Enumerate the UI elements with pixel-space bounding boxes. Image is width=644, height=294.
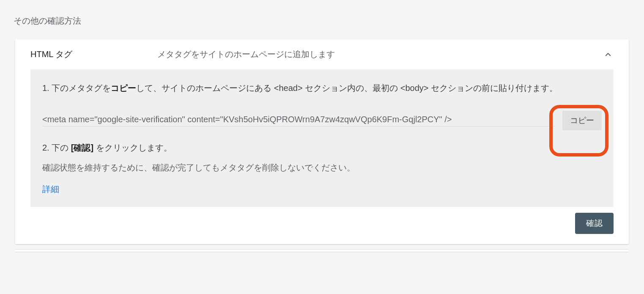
page-title: その他の確認方法 bbox=[0, 0, 644, 39]
step1-post: して、サイトのホームページにある <head> セクション内の、最初の <bod… bbox=[136, 83, 558, 93]
chevron-up-icon bbox=[603, 49, 614, 60]
details-link[interactable]: 詳細 bbox=[42, 184, 59, 195]
step2-post: をクリックします。 bbox=[93, 143, 172, 152]
card-footer: 確認 bbox=[15, 207, 629, 244]
next-card-stub bbox=[15, 249, 629, 252]
card-header-title: HTML タグ bbox=[30, 49, 157, 60]
confirm-button[interactable]: 確認 bbox=[575, 213, 614, 234]
step2-number: 2. bbox=[42, 143, 52, 152]
retain-note: 確認状態を維持するために、確認が完了してもメタタグを削除しないでください。 bbox=[42, 162, 602, 173]
step1-pre: 下のメタタグを bbox=[52, 83, 111, 93]
step1-instruction: 1. 下のメタタグをコピーして、サイトのホームページにある <head> セクシ… bbox=[42, 81, 602, 95]
card-header[interactable]: HTML タグ メタタグをサイトのホームページに追加します bbox=[15, 39, 629, 69]
step2-pre: 下の bbox=[52, 143, 71, 152]
meta-tag-code[interactable]: <meta name="google-site-verification" co… bbox=[42, 115, 555, 126]
step2-instruction: 2. 下の [確認] をクリックします。 bbox=[42, 142, 602, 154]
code-row: <meta name="google-site-verification" co… bbox=[42, 111, 602, 130]
card-header-description: メタタグをサイトのホームページに追加します bbox=[157, 49, 603, 60]
copy-button[interactable]: コピー bbox=[562, 111, 602, 130]
step2-bold: [確認] bbox=[71, 143, 93, 152]
step1-bold: コピー bbox=[111, 83, 136, 93]
step1-number: 1. bbox=[42, 83, 52, 93]
verification-card: HTML タグ メタタグをサイトのホームページに追加します 1. 下のメタタグを… bbox=[15, 39, 629, 244]
card-body: 1. 下のメタタグをコピーして、サイトのホームページにある <head> セクシ… bbox=[30, 69, 614, 207]
